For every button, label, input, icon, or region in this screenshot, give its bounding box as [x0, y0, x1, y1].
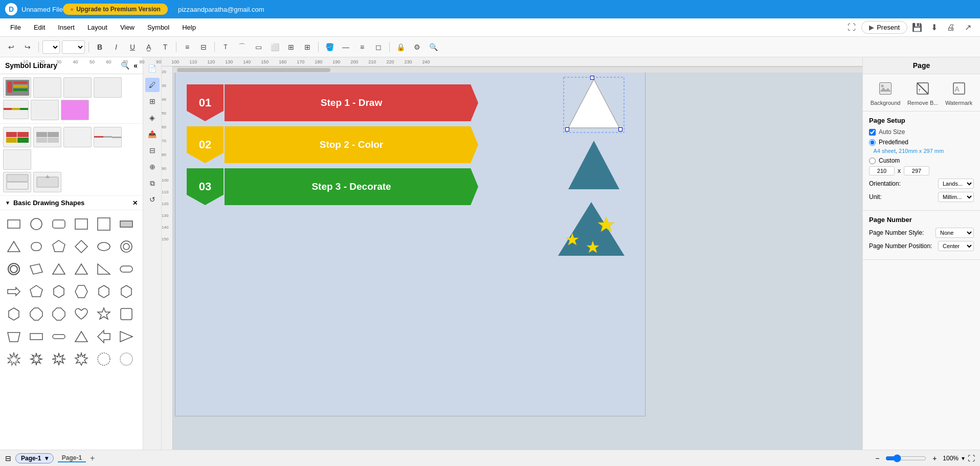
- horizontal-scrollbar[interactable]: [162, 66, 862, 73]
- shape-triangle5[interactable]: [117, 327, 136, 346]
- page-number-style-select[interactable]: None 1, 2, 3... A, B, C...: [936, 228, 974, 238]
- align-more-button[interactable]: ⊟: [196, 40, 211, 54]
- shape-pentagon2[interactable]: [27, 282, 46, 301]
- shape-stadium2[interactable]: [49, 327, 69, 346]
- fullscreen-bottom-icon[interactable]: ⛶: [968, 454, 975, 462]
- shape-starburst[interactable]: [117, 349, 136, 369]
- shape-star1[interactable]: [94, 304, 114, 324]
- template-thumb-2[interactable]: [33, 77, 61, 98]
- template-thumb-7[interactable]: [61, 100, 89, 120]
- shape-pentagon[interactable]: [49, 237, 69, 256]
- tool-history-icon[interactable]: ↺: [145, 192, 160, 207]
- shape-star3[interactable]: [49, 349, 69, 369]
- shape-heart[interactable]: [72, 304, 91, 324]
- step3-bar[interactable]: Step 3 - Decorate: [225, 168, 478, 205]
- basic-shapes-section[interactable]: ▼ Basic Drawing Shapes ✕: [0, 196, 143, 210]
- height-input[interactable]: [904, 166, 929, 175]
- template-thumb-5[interactable]: [3, 100, 29, 119]
- panel-remove-bg-item[interactable]: T Remove B...: [907, 79, 939, 106]
- shape-star5[interactable]: [94, 349, 114, 369]
- auto-size-checkbox[interactable]: [869, 129, 876, 136]
- lock-button[interactable]: 🔒: [393, 40, 408, 54]
- curve-button[interactable]: ⌒: [235, 40, 249, 54]
- shape-rect5[interactable]: [27, 327, 46, 346]
- tool-layout-icon[interactable]: ⊟: [145, 143, 160, 158]
- zoom-slider[interactable]: [885, 454, 926, 462]
- tool-connect-icon[interactable]: ◈: [145, 110, 160, 125]
- unit-select[interactable]: Millim... Pixels Inches: [938, 192, 974, 202]
- fullscreen-icon[interactable]: ⛶: [844, 20, 859, 35]
- fill-button[interactable]: 🪣: [322, 40, 337, 54]
- align-left-button[interactable]: ≡: [180, 40, 194, 54]
- menu-layout[interactable]: Layout: [82, 21, 113, 33]
- text-style-button[interactable]: T: [158, 40, 172, 54]
- line-style-button[interactable]: —: [339, 40, 353, 54]
- line-button[interactable]: ⊞: [284, 40, 298, 54]
- page-tab-1[interactable]: Page-1 ▾: [15, 453, 54, 463]
- line-width-button[interactable]: ≡: [355, 40, 369, 54]
- template-thumb-3[interactable]: [63, 77, 92, 98]
- tool-template-icon[interactable]: ⊕: [145, 160, 160, 174]
- page-tab-1-dropdown[interactable]: ▾: [45, 455, 48, 462]
- shape-trapezoid[interactable]: [4, 327, 24, 346]
- settings-button[interactable]: ⚙: [410, 40, 424, 54]
- shape-hex3[interactable]: [94, 282, 114, 301]
- shape-triangle4[interactable]: [72, 327, 91, 346]
- shape-star2[interactable]: [27, 349, 46, 369]
- menu-help[interactable]: Help: [177, 21, 201, 33]
- triangle3-container[interactable]: [553, 199, 630, 261]
- triangle1-container[interactable]: [563, 77, 625, 133]
- text-block-button[interactable]: T: [218, 40, 233, 54]
- width-input[interactable]: [869, 166, 895, 175]
- section-close-icon[interactable]: ✕: [132, 199, 138, 207]
- menu-insert[interactable]: Insert: [53, 21, 80, 33]
- menu-view[interactable]: View: [115, 21, 140, 33]
- canvas-area[interactable]: 20 30 40 50 60 70 80 90 100 110 120 130 …: [162, 66, 862, 450]
- present-button[interactable]: Present: [861, 21, 907, 34]
- orientation-select[interactable]: Lands... Portrait: [938, 179, 974, 189]
- template-thumb-10[interactable]: [63, 127, 92, 147]
- shape-ring2[interactable]: [4, 259, 24, 279]
- underline-button[interactable]: U: [125, 40, 140, 54]
- shape-rect4[interactable]: [94, 214, 114, 234]
- shape-hex1[interactable]: [49, 282, 69, 301]
- shape-rect-rounded[interactable]: [27, 237, 46, 256]
- menu-file[interactable]: File: [5, 21, 26, 33]
- shape-ellipse2[interactable]: [94, 237, 114, 256]
- shape-diamond[interactable]: [72, 237, 91, 256]
- add-page-button[interactable]: +: [90, 454, 95, 463]
- tool-export-icon[interactable]: 📤: [145, 127, 160, 141]
- zoom-in-button[interactable]: +: [929, 453, 940, 463]
- rect-button[interactable]: ▭: [251, 40, 265, 54]
- step2-bar[interactable]: Stop 2 - Color: [225, 126, 478, 163]
- template-thumb-9[interactable]: [33, 127, 61, 147]
- shape-triangle3[interactable]: [72, 259, 91, 279]
- shape-ring[interactable]: [117, 237, 136, 256]
- print-icon[interactable]: 🖨: [944, 20, 958, 35]
- shape-rect1[interactable]: [4, 214, 24, 234]
- menu-symbol[interactable]: Symbol: [142, 21, 174, 33]
- template-thumb-11[interactable]: [94, 127, 122, 147]
- template-thumb-1[interactable]: [3, 77, 31, 98]
- fit-page-icon[interactable]: ⊟: [5, 454, 11, 462]
- shape-rect2[interactable]: [49, 214, 69, 234]
- table-button[interactable]: ⊞: [300, 40, 315, 54]
- template-thumb-14[interactable]: [33, 172, 61, 192]
- scrollbar-thumb[interactable]: [177, 68, 330, 72]
- predefined-radio[interactable]: [869, 139, 876, 146]
- shape-burst[interactable]: [4, 349, 24, 369]
- custom-radio[interactable]: [869, 158, 876, 164]
- template-thumb-13[interactable]: [3, 172, 31, 192]
- shape-oct2[interactable]: [49, 304, 69, 324]
- shape-arrow-right[interactable]: [4, 282, 24, 301]
- shape-triangle2[interactable]: [49, 259, 69, 279]
- tool-format-icon[interactable]: 🖊: [145, 78, 160, 92]
- shape-parallelogram[interactable]: [27, 259, 46, 279]
- shape-rect3[interactable]: [72, 214, 91, 234]
- tool-arrange-icon[interactable]: ⧉: [145, 176, 160, 190]
- template-thumb-8[interactable]: [3, 127, 31, 147]
- shape-button[interactable]: ⬜: [268, 40, 282, 54]
- triangle2-container[interactable]: [563, 138, 625, 194]
- save-icon[interactable]: 💾: [910, 20, 924, 35]
- shape-oct1[interactable]: [27, 304, 46, 324]
